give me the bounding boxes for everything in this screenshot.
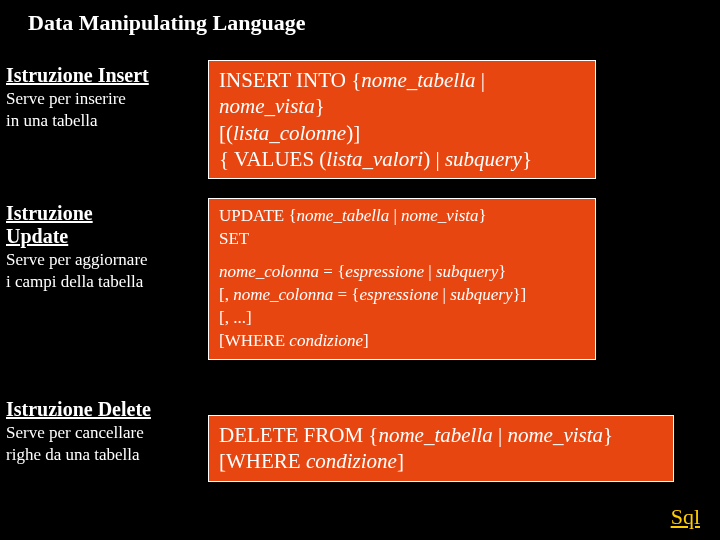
update-desc-1: Serve per aggiornare [6, 250, 191, 270]
delete-syntax-box: DELETE FROM {nome_tabella | nome_vista} … [208, 415, 674, 482]
insert-title: Istruzione Insert [6, 64, 191, 87]
update-title-1: Istruzione [6, 202, 191, 225]
update-line2: SET [219, 228, 585, 251]
update-syntax-box: UPDATE {nome_tabella | nome_vista} SET n… [208, 198, 596, 360]
delete-desc-2: righe da una tabella [6, 445, 191, 465]
insert-line4: { VALUES (lista_valori) | subquery} [219, 146, 585, 172]
update-line6: [WHERE condizione] [219, 330, 585, 353]
update-label-block: Istruzione Update Serve per aggiornare i… [6, 202, 191, 291]
insert-desc-2: in una tabella [6, 111, 191, 131]
update-title-2: Update [6, 225, 191, 248]
insert-line2: nome_vista} [219, 93, 585, 119]
update-line3: nome_colonna = {espressione | subquery} [219, 261, 585, 284]
insert-syntax-box: INSERT INTO {nome_tabella | nome_vista} … [208, 60, 596, 179]
page-title: Data Manipulating Language [28, 10, 306, 36]
delete-desc-1: Serve per cancellare [6, 423, 191, 443]
delete-label-block: Istruzione Delete Serve per cancellare r… [6, 398, 191, 464]
delete-title: Istruzione Delete [6, 398, 191, 421]
sql-link[interactable]: Sql [671, 504, 700, 530]
update-desc-2: i campi della tabella [6, 272, 191, 292]
insert-line1: INSERT INTO {nome_tabella | [219, 67, 585, 93]
delete-line1: DELETE FROM {nome_tabella | nome_vista} [219, 422, 663, 448]
insert-desc-1: Serve per inserire [6, 89, 191, 109]
update-line4: [, nome_colonna = {espressione | subquer… [219, 284, 585, 307]
delete-line2: [WHERE condizione] [219, 448, 663, 474]
insert-line3: [(lista_colonne)] [219, 120, 585, 146]
update-line1: UPDATE {nome_tabella | nome_vista} [219, 205, 585, 228]
insert-label-block: Istruzione Insert Serve per inserire in … [6, 64, 191, 130]
update-line5: [, ...] [219, 307, 585, 330]
